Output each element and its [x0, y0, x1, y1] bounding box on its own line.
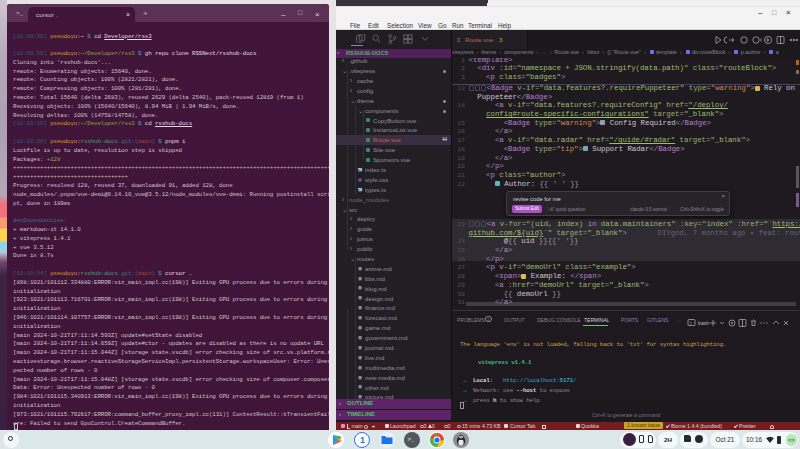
- svg-text:bash: bash: [698, 320, 709, 326]
